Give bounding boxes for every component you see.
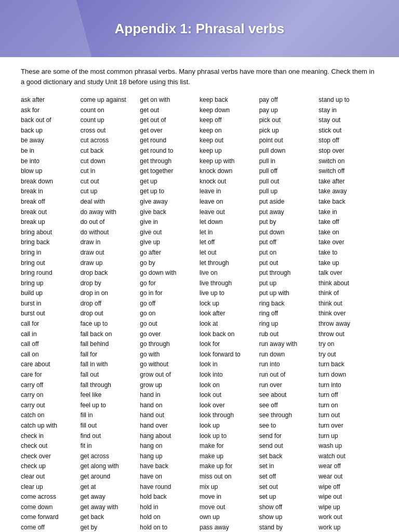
phrasal-verb-item: take after [318, 177, 378, 187]
phrasal-verb-item: wear out [318, 472, 378, 482]
phrasal-verb-item: call on [21, 350, 81, 360]
phrasal-verb-item: look in [200, 360, 259, 369]
phrasal-verb-item: bring about [21, 228, 81, 237]
phrasal-verb-item: leave in [200, 187, 259, 196]
phrasal-verb-item: live on [200, 268, 259, 278]
phrasal-verb-item: put down [259, 228, 319, 237]
phrasal-verb-item: draw up [81, 258, 140, 268]
phrasal-verb-item: live up to [200, 288, 259, 298]
phrasal-verb-item: look through [200, 410, 259, 420]
phrasal-verb-item: look for [200, 339, 259, 349]
phrasal-verb-item: break out [21, 207, 81, 217]
phrasal-verb-item: get on with [140, 95, 200, 105]
phrasal-verb-item: blow up [21, 166, 81, 176]
phrasal-verb-item: go off [140, 299, 200, 309]
phrasal-verb-item: hand in [140, 390, 200, 400]
phrasal-verb-item: keep on [200, 126, 259, 136]
phrasal-verb-item: set back [259, 451, 319, 461]
phrasal-verb-item: think out [318, 299, 378, 309]
phrasal-verb-item: ask for [21, 105, 81, 115]
column-5: pay offpay uppick outpick uppoint outpul… [259, 95, 319, 532]
phrasal-verb-item: give out [140, 228, 200, 237]
phrasal-verbs-columns: ask afterask forback out ofback upbe awa… [21, 95, 378, 532]
phrasal-verb-item: get across [81, 451, 140, 461]
phrasal-verb-item: run out of [259, 370, 319, 380]
phrasal-verb-item: turn on [318, 401, 378, 410]
phrasal-verb-item: look forward to [200, 350, 259, 360]
phrasal-verb-item: break in [21, 187, 81, 196]
phrasal-verb-item: carry out [21, 401, 81, 410]
phrasal-verb-item: set off [259, 472, 319, 482]
phrasal-verb-item: fall through [81, 380, 140, 390]
phrasal-verb-item: give away [140, 197, 200, 207]
phrasal-verb-item: put off [259, 237, 319, 247]
phrasal-verb-item: go down with [140, 268, 200, 278]
phrasal-verb-item: run down [259, 350, 319, 360]
phrasal-verb-item: look after [200, 309, 259, 318]
phrasal-verb-item: show up [259, 512, 319, 522]
phrasal-verb-item: stand up to [318, 95, 378, 105]
phrasal-verb-item: take in [318, 207, 378, 217]
phrasal-verb-item: hold back [140, 492, 200, 502]
phrasal-verb-item: look up [200, 421, 259, 431]
phrasal-verb-item: burst out [21, 309, 81, 318]
phrasal-verb-item: let through [200, 258, 259, 268]
phrasal-verb-item: hand on [140, 401, 200, 410]
phrasal-verb-item: stop over [318, 146, 378, 156]
phrasal-verb-item: pull up [259, 187, 319, 196]
phrasal-verb-item: wash up [318, 441, 378, 451]
phrasal-verb-item: do away with [81, 207, 140, 217]
phrasal-verb-item: fall in with [81, 360, 140, 369]
header-section: Appendix 1: Phrasal verbs [0, 0, 399, 57]
phrasal-verb-item: deal with [81, 197, 140, 207]
phrasal-verb-item: let out [200, 248, 259, 258]
phrasal-verb-item: come off [21, 523, 81, 532]
phrasal-verb-item: stand by [259, 523, 319, 532]
phrasal-verb-item: watch out [318, 451, 378, 461]
phrasal-verb-item: get around [81, 472, 140, 482]
phrasal-verb-item: have on [140, 472, 200, 482]
phrasal-verb-item: carry on [21, 390, 81, 400]
phrasal-verb-item: go with [140, 350, 200, 360]
phrasal-verb-item: hand out [140, 410, 200, 420]
phrasal-verb-item: turn back [318, 360, 378, 369]
phrasal-verb-item: ring up [259, 319, 319, 329]
phrasal-verb-item: think of [318, 288, 378, 298]
phrasal-verb-item: count on [81, 105, 140, 115]
phrasal-verb-item: think about [318, 278, 378, 288]
phrasal-verb-item: pick up [259, 126, 319, 136]
phrasal-verb-item: keep up with [200, 156, 259, 166]
phrasal-verb-item: look out [200, 390, 259, 400]
phrasal-verb-item: build up [21, 288, 81, 298]
phrasal-verb-item: run over [259, 380, 319, 390]
phrasal-verb-item: show off [259, 502, 319, 512]
phrasal-verb-item: bring back [21, 237, 81, 247]
phrasal-verb-item: check in [21, 431, 81, 441]
phrasal-verb-item: bring in [21, 248, 81, 258]
phrasal-verb-item: check up [21, 461, 81, 471]
phrasal-verb-item: lock up [200, 299, 259, 309]
phrasal-verb-item: catch up with [21, 421, 81, 431]
phrasal-verb-item: break down [21, 177, 81, 187]
phrasal-verb-item: pull off [259, 166, 319, 176]
column-4: keep backkeep downkeep offkeep onkeep ou… [200, 95, 259, 532]
phrasal-verb-item: ring off [259, 309, 319, 318]
phrasal-verb-item: clear up [21, 482, 81, 492]
phrasal-verb-item: set up [259, 492, 319, 502]
phrasal-verb-item: knock out [200, 177, 259, 187]
phrasal-verb-item: take away [318, 187, 378, 196]
phrasal-verb-item: see to [259, 421, 319, 431]
phrasal-verb-item: stay out [318, 115, 378, 125]
phrasal-verb-item: pull down [259, 146, 319, 156]
phrasal-verb-item: wear off [318, 461, 378, 471]
phrasal-verb-item: grow out of [140, 370, 200, 380]
phrasal-verb-item: find out [81, 431, 140, 441]
phrasal-verb-item: check over [21, 451, 81, 461]
phrasal-verb-item: pull in [259, 156, 319, 166]
phrasal-verb-item: see off [259, 401, 319, 410]
phrasal-verb-item: keep back [200, 95, 259, 105]
phrasal-verb-item: cut down [81, 156, 140, 166]
phrasal-verb-item: get out [140, 105, 200, 115]
phrasal-verb-item: put on [259, 248, 319, 258]
intro-paragraph: These are some of the most common phrasa… [21, 66, 378, 87]
